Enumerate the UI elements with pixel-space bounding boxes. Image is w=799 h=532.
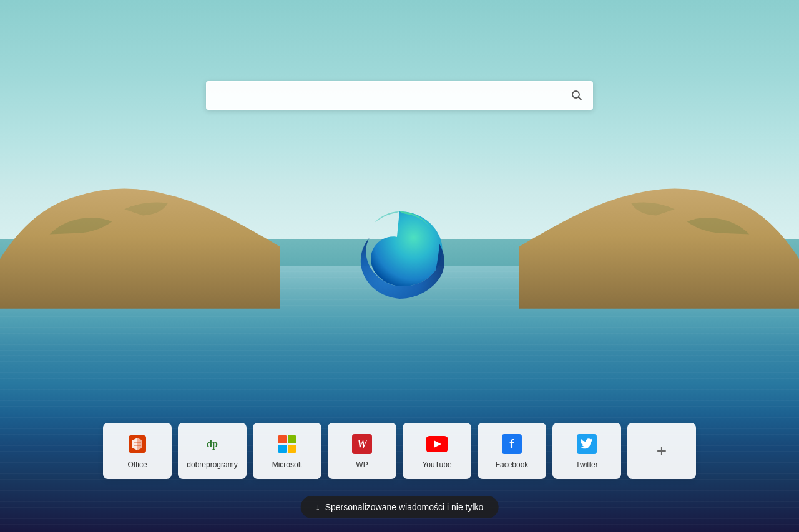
wp-label: WP [356,460,368,469]
dobreprogramy-label: dobreprogramy [187,460,237,469]
twitter-icon [576,433,598,455]
quick-link-microsoft[interactable]: Microsoft [253,423,321,479]
facebook-label: Facebook [496,460,529,469]
microsoft-icon [276,433,298,455]
down-arrow-icon: ↓ [316,502,320,512]
quick-link-facebook[interactable]: f Facebook [478,423,546,479]
plus-icon: + [657,441,667,461]
quick-link-youtube[interactable]: YouTube [403,423,471,479]
wp-icon: W [351,433,373,455]
office-label: Office [127,460,147,469]
quick-link-office[interactable]: Office [103,423,172,479]
search-container [206,81,593,110]
personalized-news-banner[interactable]: ↓ Spersonalizowane wiadomości i nie tylk… [301,496,499,518]
quick-link-dobreprogramy[interactable]: dp dobreprogramy [178,423,247,479]
search-box [206,81,593,110]
search-input[interactable] [217,90,569,101]
youtube-label: YouTube [422,460,451,469]
twitter-label: Twitter [576,460,597,469]
svg-line-1 [579,97,582,100]
hill-right [519,160,799,309]
quick-link-wp[interactable]: W WP [328,423,396,479]
quick-link-twitter[interactable]: Twitter [552,423,621,479]
quick-links: Office dp dobreprogramy Microsoft W WP [103,423,696,479]
microsoft-label: Microsoft [272,460,303,469]
search-button[interactable] [569,87,585,104]
youtube-icon [426,433,448,455]
add-site-button[interactable]: + [627,423,696,479]
edge-logo [350,206,449,306]
facebook-icon: f [501,433,523,455]
svg-rect-3 [134,442,141,443]
office-icon [126,433,149,455]
dp-icon: dp [201,433,223,455]
hill-left [0,160,280,309]
banner-text: Spersonalizowane wiadomości i nie tylko [325,502,484,512]
svg-rect-4 [134,445,141,446]
